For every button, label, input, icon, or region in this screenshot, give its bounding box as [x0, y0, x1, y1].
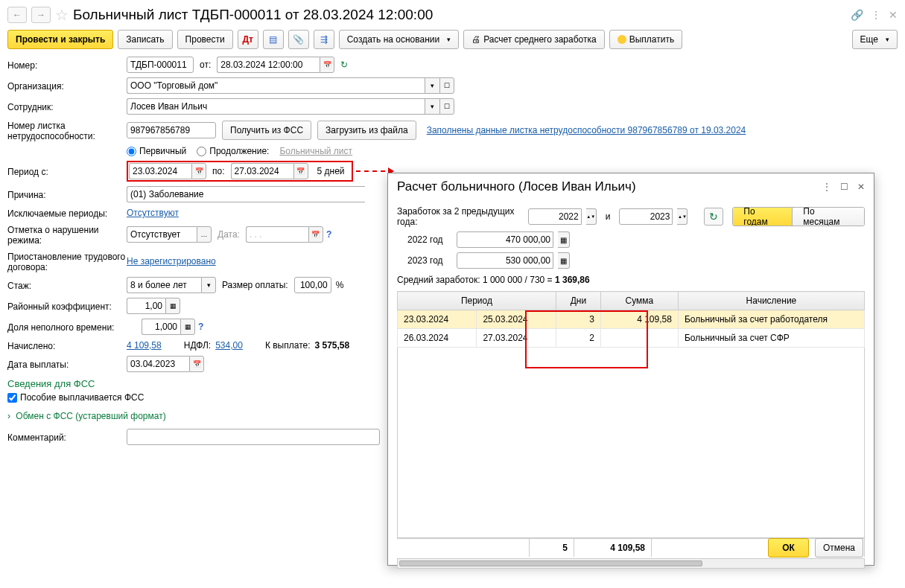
year1-amount[interactable]	[457, 231, 553, 248]
period-days: 5 дней	[317, 166, 345, 176]
org-label: Организация:	[7, 80, 127, 92]
paydate-label: Дата выплаты:	[7, 358, 127, 370]
avg-calc-button[interactable]: 🖨 Расчет среднего заработка	[463, 30, 605, 49]
period-label: Период с:	[7, 165, 127, 177]
calc-icon[interactable]: ▦	[180, 319, 195, 335]
by-years-toggle[interactable]: По годам	[733, 208, 793, 226]
ndfl-amount[interactable]: 534,00	[215, 340, 243, 351]
report-icon[interactable]: ▤	[263, 30, 284, 49]
year2-input[interactable]	[619, 208, 673, 225]
calendar-icon[interactable]: 📅	[191, 163, 206, 179]
menu-icon[interactable]: ⋮	[871, 9, 881, 21]
star-icon[interactable]: ☆	[55, 6, 69, 24]
reason-input[interactable]	[127, 186, 365, 202]
primary-radio[interactable]: Первичный	[127, 146, 186, 156]
payout-amount: 3 575,58	[315, 340, 350, 351]
related-icon[interactable]: ⇶	[314, 30, 334, 49]
calc-icon[interactable]: ▦	[558, 231, 570, 248]
stage-input[interactable]	[127, 277, 201, 293]
nav-fwd[interactable]: →	[31, 7, 51, 23]
help-icon[interactable]: ?	[326, 229, 331, 240]
sheet-number-input[interactable]	[127, 122, 216, 138]
cont-link: Больничный лист	[279, 146, 352, 156]
from-label: от:	[200, 60, 211, 70]
accr-amount[interactable]: 4 109,58	[127, 340, 162, 351]
rate-input[interactable]	[294, 277, 331, 293]
refresh-button[interactable]: ↻	[704, 208, 723, 226]
create-based-button[interactable]: Создать на основании	[339, 30, 460, 49]
calc-icon[interactable]: ▦	[558, 252, 570, 269]
get-fss-button[interactable]: Получить из ФСС	[222, 121, 311, 140]
calendar-icon[interactable]: 📅	[308, 226, 323, 243]
chevron-icon[interactable]: ›	[7, 411, 10, 421]
dropdown-icon[interactable]: ▾	[201, 277, 216, 293]
stage-label: Стаж:	[7, 279, 127, 291]
exclude-link[interactable]: Отсутствуют	[127, 208, 179, 218]
close-icon[interactable]: ✕	[889, 9, 898, 21]
year1-input[interactable]	[528, 208, 582, 225]
dropdown-icon[interactable]: ▾	[425, 98, 439, 115]
dropdown-icon[interactable]: ▾	[425, 77, 439, 94]
popup-close-icon[interactable]: ✕	[857, 182, 865, 192]
calc-popup: Расчет больничного (Лосев Иван Ильич) ⋮ …	[387, 173, 874, 457]
year2-spinner[interactable]: ▲▼	[677, 208, 688, 225]
number-label: Номер:	[7, 59, 127, 71]
period-highlight: 📅 по: 📅 5 дней	[127, 161, 353, 182]
parttime-input[interactable]	[142, 319, 180, 335]
suspend-link[interactable]: Не зарегистрировано	[127, 256, 216, 266]
help-icon[interactable]: ?	[198, 322, 203, 332]
refresh-date-icon[interactable]: ↻	[340, 60, 348, 70]
calendar-icon[interactable]: 📅	[320, 57, 334, 73]
window-title: Больничный лист ТДБП-000011 от 28.03.202…	[73, 7, 846, 23]
period-to-input[interactable]	[231, 163, 293, 179]
nav-back[interactable]: ←	[7, 7, 27, 23]
table-row[interactable]: 23.03.2024 25.03.2024 3 4 109,58 Больнич…	[398, 310, 865, 329]
fss-exchange-link[interactable]: Обмен с ФСС (устаревший формат)	[16, 411, 165, 421]
post-button[interactable]: Провести	[177, 30, 233, 49]
more-button[interactable]: Еще	[852, 30, 898, 49]
emp-input[interactable]	[127, 98, 425, 115]
accr-label: Начислено:	[7, 339, 127, 351]
post-close-button[interactable]: Провести и закрыть	[7, 30, 113, 49]
popup-maximize-icon[interactable]: ☐	[840, 182, 848, 192]
ellipsis-icon[interactable]: …	[197, 226, 212, 243]
load-file-button[interactable]: Загрузить из файла	[317, 121, 416, 140]
year2-amount[interactable]	[457, 252, 553, 269]
sheet-label: Номер листка нетрудоспособности:	[7, 119, 127, 141]
filled-data-link[interactable]: Заполнены данные листка нетрудоспособнос…	[427, 125, 746, 135]
year1-spinner[interactable]: ▲▼	[586, 208, 597, 225]
calendar-icon[interactable]: 📅	[189, 356, 204, 372]
breakdown-table: Период Дни Сумма Начисление 23.03.2024 2…	[397, 291, 865, 348]
arrow-icon	[356, 170, 393, 172]
open-icon[interactable]: ☐	[439, 98, 454, 115]
continuation-radio[interactable]: Продолжение:	[197, 146, 269, 156]
calc-icon[interactable]: ▦	[165, 298, 180, 314]
number-input[interactable]	[127, 57, 194, 73]
violation-date-input[interactable]	[246, 226, 308, 243]
avg-earn-text: Средний заработок: 1 000 000 / 730 = 1 3…	[397, 275, 865, 285]
district-input[interactable]	[127, 298, 165, 314]
calendar-icon[interactable]: 📅	[293, 163, 308, 179]
paydate-input[interactable]	[127, 356, 189, 372]
comment-input[interactable]	[127, 429, 380, 445]
attach-icon[interactable]: 📎	[288, 30, 309, 49]
link-icon[interactable]: 🔗	[851, 9, 863, 21]
by-months-toggle[interactable]: По месяцам	[793, 208, 864, 226]
date-input[interactable]	[217, 57, 320, 73]
violation-input[interactable]	[127, 226, 197, 243]
popup-menu-icon[interactable]: ⋮	[822, 182, 831, 192]
comment-label: Комментарий:	[7, 431, 127, 443]
reason-label: Причина:	[7, 188, 127, 200]
exclude-label: Исключаемые периоды:	[7, 207, 127, 219]
district-label: Районный коэффициент:	[7, 300, 127, 312]
table-row[interactable]: 26.03.2024 27.03.2024 2 Больничный за сч…	[398, 329, 865, 348]
debit-credit-icon[interactable]: Дт	[238, 30, 258, 49]
suspend-label: Приостановление трудового договора:	[7, 250, 127, 272]
save-button[interactable]: Записать	[118, 30, 172, 49]
parttime-label: Доля неполного времени:	[7, 321, 142, 333]
org-input[interactable]	[127, 77, 425, 94]
open-icon[interactable]: ☐	[439, 77, 454, 94]
fss-checkbox[interactable]: Пособие выплачивается ФСС	[7, 392, 144, 403]
pay-button[interactable]: Выплатить	[609, 30, 683, 49]
period-from-input[interactable]	[129, 163, 191, 179]
